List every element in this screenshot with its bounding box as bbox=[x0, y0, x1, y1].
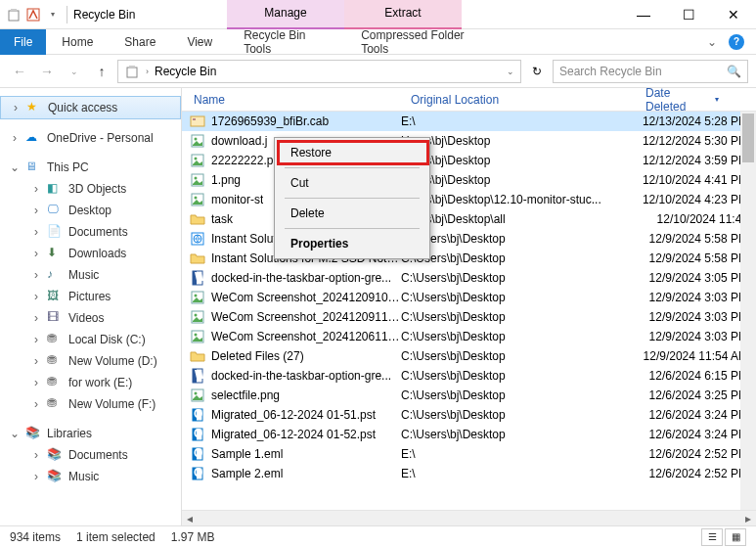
sidebar-item[interactable]: ›📚Documents bbox=[0, 444, 181, 466]
back-button[interactable]: ← bbox=[8, 60, 31, 83]
maximize-button[interactable]: ☐ bbox=[666, 0, 711, 29]
scroll-left-icon[interactable]: ◂ bbox=[182, 511, 198, 525]
table-row[interactable]: Deleted Files (27)C:\Users\bj\Desktop12/… bbox=[182, 346, 756, 366]
horizontal-scrollbar[interactable]: ◂ ▸ bbox=[182, 510, 756, 525]
forward-button[interactable]: → bbox=[35, 60, 59, 83]
file-list[interactable]: 1726965939_bfiBr.cabE:\12/13/2024 5:28 P… bbox=[182, 112, 756, 510]
table-row[interactable]: WeCom Screenshot_202412061139...C:\Users… bbox=[182, 327, 756, 346]
chevron-right-icon[interactable]: › bbox=[31, 182, 41, 196]
sidebar-item[interactable]: ›⬇Downloads bbox=[0, 243, 181, 264]
breadcrumb-chevron-icon[interactable]: › bbox=[146, 67, 149, 76]
thumbnails-view-button[interactable]: ▦ bbox=[725, 528, 746, 546]
view-tab[interactable]: View bbox=[171, 29, 228, 55]
sidebar-item[interactable]: ›⛃New Volume (D:) bbox=[0, 350, 181, 372]
context-menu-properties[interactable]: Properties bbox=[277, 231, 427, 256]
table-row[interactable]: 22222222.pUsers\bj\Desktop12/12/2024 3:5… bbox=[182, 151, 756, 170]
sidebar-item-quick-access[interactable]: › ★ Quick access bbox=[0, 96, 181, 119]
chevron-down-icon[interactable]: ⌄ bbox=[10, 427, 20, 440]
chevron-down-icon[interactable]: ⌄ bbox=[10, 160, 20, 174]
table-row[interactable]: OMigrated_06-12-2024 01-51.pstC:\Users\b… bbox=[182, 405, 756, 425]
chevron-right-icon[interactable]: › bbox=[11, 101, 21, 114]
table-row[interactable]: WeCom Screenshot_202412091059...C:\Users… bbox=[182, 288, 756, 307]
scroll-right-icon[interactable]: ▸ bbox=[740, 511, 756, 525]
table-row[interactable]: Wdocked-in-the-taskbar-option-gre...C:\U… bbox=[182, 366, 756, 386]
share-tab[interactable]: Share bbox=[109, 29, 171, 55]
breadcrumb[interactable]: Recycle Bin bbox=[155, 65, 216, 78]
file-date-deleted: 12/9/2024 3:03 PM bbox=[636, 291, 756, 304]
ribbon-tabs: File Home Share View Recycle Bin Tools C… bbox=[0, 29, 756, 55]
sidebar-item[interactable]: ›🖼Pictures bbox=[0, 286, 181, 307]
table-row[interactable]: Instant Solutions for M.2 SSD Not S...C:… bbox=[182, 229, 756, 249]
sidebar-item[interactable]: ›◧3D Objects bbox=[0, 178, 181, 200]
chevron-right-icon[interactable]: › bbox=[10, 131, 20, 145]
details-view-button[interactable]: ☰ bbox=[701, 528, 723, 546]
table-row[interactable]: OMigrated_06-12-2024 01-52.pstC:\Users\b… bbox=[182, 425, 756, 444]
home-tab[interactable]: Home bbox=[46, 29, 109, 55]
manage-contextual-tab[interactable]: Manage bbox=[227, 0, 344, 29]
chevron-right-icon[interactable]: › bbox=[31, 448, 41, 462]
file-tab[interactable]: File bbox=[0, 29, 46, 55]
file-icon bbox=[190, 114, 205, 129]
file-name: WeCom Screenshot_202412061139... bbox=[211, 330, 401, 343]
chevron-right-icon[interactable]: › bbox=[31, 311, 41, 325]
extract-contextual-tab[interactable]: Extract bbox=[344, 0, 462, 29]
table-row[interactable]: taskUsers\bj\Desktop\all12/10/2024 11:43 bbox=[182, 209, 756, 229]
context-menu-restore[interactable]: Restore bbox=[277, 140, 427, 165]
properties-qat-icon[interactable] bbox=[25, 7, 41, 23]
table-row[interactable]: download.jUsers\bj\Desktop12/12/2024 5:3… bbox=[182, 131, 756, 151]
scrollbar-thumb[interactable] bbox=[742, 114, 754, 162]
sidebar-item[interactable]: ›♪Music bbox=[0, 264, 181, 286]
sidebar-item[interactable]: ›⛃New Volume (F:) bbox=[0, 393, 181, 415]
table-row[interactable]: 1726965939_bfiBr.cabE:\12/13/2024 5:28 P… bbox=[182, 112, 756, 131]
table-row[interactable]: WeCom Screenshot_202412091100...C:\Users… bbox=[182, 307, 756, 327]
search-input[interactable]: Search Recycle Bin 🔍 bbox=[553, 60, 748, 83]
file-original-location: C:\Users\bj\Desktop bbox=[401, 291, 636, 304]
sidebar-item[interactable]: ›📄Documents bbox=[0, 221, 181, 243]
chevron-right-icon[interactable]: › bbox=[31, 225, 41, 239]
chevron-right-icon[interactable]: › bbox=[31, 354, 41, 368]
context-menu-cut[interactable]: Cut bbox=[277, 170, 427, 196]
chevron-right-icon[interactable]: › bbox=[31, 290, 41, 303]
compressed-folder-tools-tab[interactable]: Compressed Folder Tools bbox=[345, 29, 482, 55]
chevron-right-icon[interactable]: › bbox=[31, 376, 41, 389]
close-button[interactable]: ✕ bbox=[711, 0, 756, 29]
chevron-right-icon[interactable]: › bbox=[31, 247, 41, 260]
chevron-right-icon[interactable]: › bbox=[31, 397, 41, 411]
dropdown-qat-icon[interactable]: ▾ bbox=[45, 7, 61, 23]
minimize-button[interactable]: — bbox=[621, 0, 666, 29]
sidebar-item[interactable]: ›🎞Videos bbox=[0, 307, 181, 329]
navigation-pane[interactable]: › ★ Quick access › ☁ OneDrive - Personal… bbox=[0, 88, 182, 525]
help-icon[interactable]: ? bbox=[729, 34, 744, 50]
context-menu-delete[interactable]: Delete bbox=[277, 201, 427, 226]
table-row[interactable]: selectfile.pngC:\Users\bj\Desktop12/6/20… bbox=[182, 386, 756, 405]
refresh-button[interactable]: ↻ bbox=[525, 60, 549, 83]
recent-locations-dropdown[interactable]: ⌄ bbox=[63, 60, 86, 83]
column-header-name[interactable]: Name bbox=[182, 93, 401, 107]
column-header-date-deleted[interactable]: Date Deleted▾ bbox=[636, 88, 730, 114]
sidebar-item[interactable]: ›🖵Desktop bbox=[0, 200, 181, 221]
vertical-scrollbar[interactable] bbox=[740, 112, 756, 510]
table-row[interactable]: Instant Solutions for M.2 SSD Not S...C:… bbox=[182, 249, 756, 268]
sidebar-item-thispc[interactable]: ⌄ 🖥 This PC bbox=[0, 157, 181, 178]
sidebar-item[interactable]: ›📚Music bbox=[0, 466, 181, 487]
ribbon-expand-icon[interactable]: ⌄ bbox=[707, 35, 717, 49]
up-button[interactable]: ↑ bbox=[90, 60, 113, 83]
chevron-right-icon[interactable]: › bbox=[31, 204, 41, 217]
sidebar-item[interactable]: ›⛃for work (E:) bbox=[0, 372, 181, 393]
chevron-right-icon[interactable]: › bbox=[31, 333, 41, 346]
chevron-right-icon[interactable]: › bbox=[31, 268, 41, 282]
table-row[interactable]: monitor-stUsers\bj\Desktop\12.10-monitor… bbox=[182, 190, 756, 209]
address-field[interactable]: › Recycle Bin ⌄ bbox=[117, 60, 521, 83]
table-row[interactable]: OSample 2.emlE:\12/6/2024 2:52 PM bbox=[182, 464, 756, 483]
table-row[interactable]: OSample 1.emlE:\12/6/2024 2:52 PM bbox=[182, 444, 756, 464]
sidebar-item-libraries[interactable]: ⌄ 📚 Libraries bbox=[0, 423, 181, 444]
sidebar-item[interactable]: ›⛃Local Disk (C:) bbox=[0, 329, 181, 350]
sidebar-item-onedrive[interactable]: › ☁ OneDrive - Personal bbox=[0, 127, 181, 149]
address-dropdown-icon[interactable]: ⌄ bbox=[507, 67, 514, 76]
column-header-original-location[interactable]: Original Location bbox=[401, 93, 636, 107]
chevron-right-icon[interactable]: › bbox=[31, 470, 41, 483]
recyclebin-tools-tab[interactable]: Recycle Bin Tools bbox=[228, 29, 345, 55]
table-row[interactable]: 1.pngUsers\bj\Desktop12/10/2024 4:41 PM bbox=[182, 170, 756, 190]
table-row[interactable]: Wdocked-in-the-taskbar-option-gre...C:\U… bbox=[182, 268, 756, 288]
contextual-ribbon-tabs: Manage Extract bbox=[227, 0, 462, 29]
